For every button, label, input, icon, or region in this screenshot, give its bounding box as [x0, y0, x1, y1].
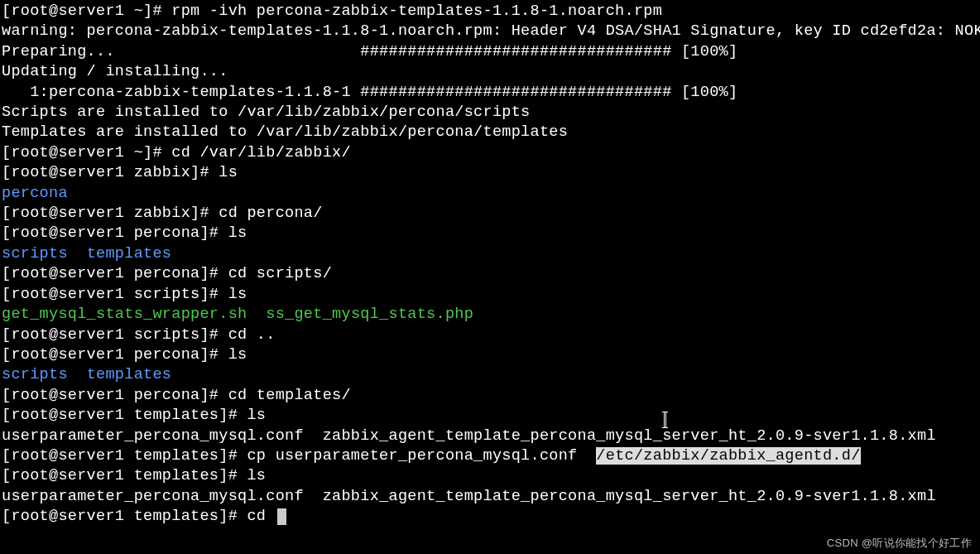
output-line: [root@server1 templates]# ls: [2, 466, 978, 486]
output-line: [root@server1 percona]# ls: [2, 345, 978, 365]
dir-name: templates: [87, 245, 172, 263]
terminal-output[interactable]: [root@server1 ~]# rpm -ivh percona-zabbi…: [2, 2, 978, 528]
prompt-line[interactable]: [root@server1 templates]# cd: [2, 507, 978, 527]
output-line: Preparing... ###########################…: [2, 42, 978, 62]
dir-name: scripts: [2, 245, 68, 263]
dir-name: templates: [87, 366, 172, 383]
directory-listing: scripts templates: [2, 365, 978, 385]
gap: [247, 306, 266, 323]
output-line: [root@server1 ~]# rpm -ivh percona-zabbi…: [2, 2, 978, 22]
dir-name: percona: [2, 185, 68, 202]
output-line: userparameter_percona_mysql.conf zabbix_…: [2, 426, 978, 446]
watermark: CSDN @听说你能找个好工作: [827, 536, 972, 550]
output-line: [root@server1 ~]# cd /var/lib/zabbix/: [2, 143, 978, 163]
output-line: [root@server1 templates]# ls: [2, 406, 978, 426]
output-line: [root@server1 zabbix]# ls: [2, 163, 978, 183]
output-line: [root@server1 percona]# ls: [2, 224, 978, 243]
output-line: [root@server1 scripts]# ls: [2, 285, 978, 305]
exec-file: ss_get_mysql_stats.php: [266, 306, 473, 323]
exec-file: get_mysql_stats_wrapper.sh: [2, 306, 247, 323]
directory-listing: scripts templates: [2, 244, 978, 264]
text-cursor-ibeam: [664, 412, 666, 428]
output-line: userparameter_percona_mysql.conf zabbix_…: [2, 487, 978, 507]
output-line: [root@server1 zabbix]# cd percona/: [2, 204, 978, 224]
gap: [68, 245, 87, 263]
output-line: [root@server1 percona]# cd templates/: [2, 386, 978, 406]
dir-name: scripts: [2, 366, 68, 383]
output-line: [root@server1 templates]# cp userparamet…: [2, 446, 978, 466]
output-line: Templates are installed to /var/lib/zabb…: [2, 123, 978, 142]
directory-listing: percona: [2, 184, 978, 204]
output-line: Updating / installing...: [2, 62, 978, 82]
output-line: [root@server1 percona]# cd scripts/: [2, 264, 978, 284]
gap: [68, 366, 87, 383]
cmd-part: [root@server1 templates]# cp userparamet…: [2, 447, 596, 465]
output-line: warning: percona-zabbix-templates-1.1.8-…: [2, 22, 978, 41]
cursor: [277, 508, 286, 525]
file-listing: get_mysql_stats_wrapper.sh ss_get_mysql_…: [2, 305, 978, 325]
output-line: Scripts are installed to /var/lib/zabbix…: [2, 103, 978, 123]
prompt-text: [root@server1 templates]# cd: [2, 508, 276, 525]
highlighted-path: /etc/zabbix/zabbix_agentd.d/: [596, 447, 860, 465]
output-line: 1:percona-zabbix-templates-1.1.8-1 #####…: [2, 83, 978, 103]
output-line: [root@server1 scripts]# cd ..: [2, 325, 978, 345]
